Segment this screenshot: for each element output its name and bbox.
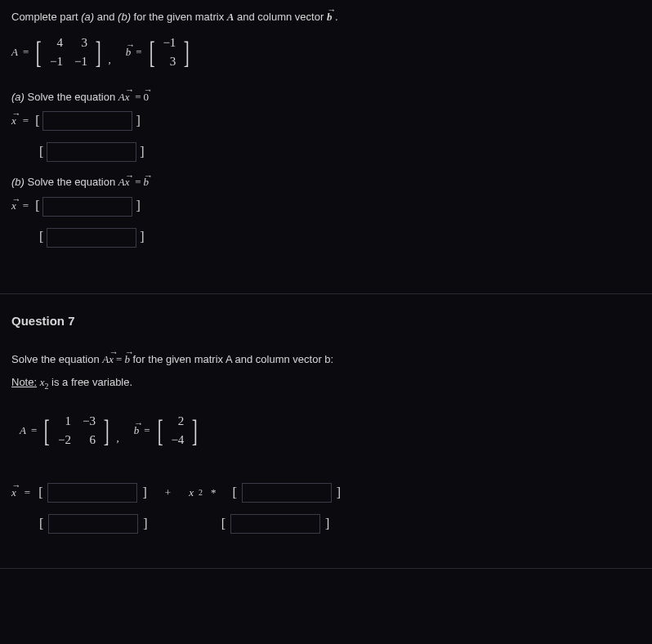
var-A: A: [118, 91, 125, 103]
lbracket-icon: [: [35, 112, 39, 130]
text: (a): [81, 11, 94, 23]
lbracket-icon: [: [39, 515, 43, 533]
var-x: x: [11, 199, 16, 213]
part-b-answer: x = [ ] [ ]: [11, 197, 641, 248]
text: and: [94, 11, 118, 23]
q7-instr: Solve the equation Ax=b for the given ma…: [11, 352, 641, 367]
var-A: A: [11, 45, 18, 60]
var-b: b: [126, 45, 132, 60]
q7-answer-row2: [ ] [ ]: [39, 514, 641, 534]
rbracket-icon: ]: [140, 143, 144, 161]
rbracket-icon: ]: [96, 37, 101, 68]
rbracket-icon: ]: [104, 415, 109, 446]
q7-h-x1-input[interactable]: [242, 483, 332, 503]
lbracket-icon: [: [158, 415, 163, 446]
q7-title: Question 7: [11, 312, 641, 329]
part-a-answer: x = [ ] [ ]: [11, 111, 641, 162]
sub: 2: [199, 487, 203, 499]
eq: =: [23, 45, 29, 60]
matrix-A: 43 −1−1: [49, 34, 88, 70]
q7-note: Note: x2 is a free variable.: [11, 375, 641, 392]
cell: −4: [171, 432, 184, 449]
eq: =: [31, 423, 37, 438]
text: for the given matrix: [131, 11, 227, 23]
cell: −3: [83, 413, 96, 430]
cell: 6: [83, 432, 96, 449]
eq: =: [136, 45, 141, 60]
lbracket-icon: [: [36, 37, 42, 68]
eq: =: [135, 91, 141, 103]
var-A: A: [118, 176, 125, 188]
rbracket-icon: ]: [192, 415, 198, 446]
text: is a free variable.: [51, 376, 132, 388]
vector-b: −1 3: [162, 34, 176, 70]
cell: 4: [50, 34, 63, 51]
a-x1-input[interactable]: [42, 111, 132, 131]
rbracket-icon: ]: [325, 515, 329, 533]
var-x: x: [11, 485, 16, 500]
rbracket-icon: ]: [337, 484, 341, 502]
cell: 2: [171, 413, 184, 430]
b-x1-input[interactable]: [42, 197, 132, 217]
lbracket-icon: [: [232, 484, 236, 502]
rbracket-icon: ]: [136, 197, 140, 215]
vector-b: 2 −4: [170, 413, 185, 449]
q7-p-x1-input[interactable]: [47, 483, 137, 503]
q7-answer-row1: x = [ ] + x2 * [ ]: [11, 483, 641, 503]
cell: −2: [58, 432, 71, 449]
lbracket-icon: [: [39, 143, 43, 161]
comma: ,: [109, 52, 111, 67]
text: Solve the equation: [11, 353, 102, 365]
comma: ,: [117, 431, 119, 445]
lbracket-icon: [: [44, 415, 50, 446]
lbracket-icon: [: [39, 228, 43, 246]
note-label: Note:: [11, 376, 37, 388]
eq: =: [144, 423, 150, 438]
part-b-header: (b) Solve the equation Ax =b: [11, 175, 641, 190]
sub: 2: [44, 381, 48, 390]
plus: +: [165, 485, 171, 500]
text: Complete part: [11, 11, 81, 23]
eq: =: [135, 176, 141, 188]
part-a-header: (a) Solve the equation Ax =0: [11, 90, 641, 105]
label: (b): [11, 176, 25, 188]
q7-p-x2-input[interactable]: [48, 514, 138, 534]
text: Solve the equation: [25, 176, 118, 188]
var-x: x: [109, 352, 114, 367]
var-x: x: [11, 114, 16, 128]
var-b: b: [144, 175, 150, 190]
rbracket-icon: ]: [143, 515, 147, 533]
var-A: A: [20, 423, 26, 438]
rbracket-icon: ]: [184, 37, 190, 68]
cell: −1: [50, 53, 63, 70]
text: for the given matrix A and column vector…: [130, 353, 333, 365]
eq: =: [25, 485, 30, 500]
label: (a): [11, 91, 25, 103]
zero-vec: 0: [144, 90, 150, 105]
var-x2: x: [189, 485, 194, 500]
a-x2-input[interactable]: [47, 142, 136, 162]
text: Solve the equation: [25, 91, 118, 103]
var-b: b: [327, 10, 333, 25]
cell: −1: [74, 53, 87, 70]
q7-matrix-def: A = [ 1−3 −26 ] , b = [ 2 −4 ]: [20, 413, 641, 449]
cell: −1: [163, 34, 176, 51]
matrix-A: 1−3 −26: [57, 413, 96, 449]
q6-matrix-def: A = [ 43 −1−1 ] , b = [ −1 3 ]: [11, 34, 641, 70]
rbracket-icon: ]: [140, 228, 144, 246]
rbracket-icon: ]: [142, 484, 146, 502]
var-x: x: [125, 175, 130, 190]
b-x2-input[interactable]: [47, 228, 136, 248]
var-b: b: [134, 423, 140, 438]
eq: =: [23, 199, 29, 213]
q7-h-x2-input[interactable]: [230, 514, 320, 534]
cell: 3: [74, 34, 87, 51]
divider: [0, 293, 652, 294]
lbracket-icon: [: [38, 484, 42, 502]
lbracket-icon: [: [150, 37, 155, 68]
rbracket-icon: ]: [136, 112, 140, 130]
mult: *: [211, 485, 217, 500]
cell: 3: [163, 53, 176, 70]
q6-intro: Complete part (a) and (b) for the given …: [11, 10, 641, 25]
divider: [0, 568, 652, 569]
